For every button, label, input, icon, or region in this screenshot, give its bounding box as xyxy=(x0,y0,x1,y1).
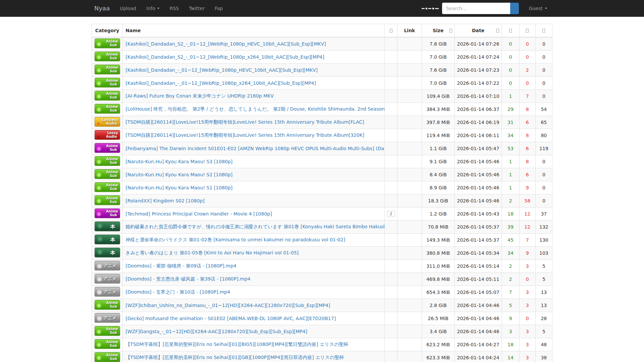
category-icon-anime_raw[interactable]: アニメ xyxy=(95,313,120,323)
name-cell: [LoliHouse] 终究，与你相恋。 第2季 / どうせ、恋してしまうんだ。… xyxy=(123,103,385,116)
name-cell: [Kashikoi]_Dandadan_S2_-_01~12_[WebRip_1… xyxy=(123,37,385,51)
torrent-name-link[interactable]: 【TSDM字幕组】[厄里斯的聖杯][Eris no Seihai][01][BI… xyxy=(125,342,348,347)
category-icon-audio_lossless[interactable]: LosslessAudio xyxy=(95,117,120,127)
caret-down-icon xyxy=(157,8,160,9)
leechers-cell: 9 xyxy=(519,181,535,194)
nav-item-info[interactable]: Info xyxy=(141,0,165,17)
seeders-cell: 39 xyxy=(502,220,519,233)
nav-item-fap[interactable]: Fap xyxy=(210,0,228,17)
header-size-sort[interactable]: Size xyxy=(422,24,454,37)
size-cell: 7.0 GiB xyxy=(422,50,454,63)
leechers-cell: 6 xyxy=(519,168,535,181)
link-cell xyxy=(397,116,422,129)
torrent-row: AnimeSub [AI-Raws] Future Boy Conan 未来少年… xyxy=(92,89,552,103)
category-icon-anime_raw[interactable]: アニメ xyxy=(95,261,120,270)
category-icon-literature[interactable]: 本 xyxy=(95,248,120,257)
nav-item-upload[interactable]: Upload xyxy=(115,0,141,17)
category-icon-anime_en[interactable]: AnimeSub xyxy=(95,352,120,362)
date-cell: 2026-01-14 07:26 xyxy=(454,37,502,51)
category-icon-anime_en[interactable]: AnimeSub xyxy=(95,169,120,179)
torrent-name-link[interactable]: [Kashikoi]_Dandadan_-_01~12_[WebRip_1080… xyxy=(125,67,318,73)
torrent-name-link[interactable]: [Doomdos] - 荒古恩仇录·破风篇 - 第39话 - [1080P].m… xyxy=(125,276,250,282)
date-cell: 2026-01-14 05:46 xyxy=(454,155,502,168)
torrent-name-link[interactable]: [TSDM自購][260114][LoveLive!15周年翻唱专辑]LoveL… xyxy=(125,119,364,125)
torrent-name-link[interactable]: [Kashikoi]_Dandadan_-_01~12_[WebRip_1080… xyxy=(125,80,316,86)
category-icon-literature[interactable]: 本 xyxy=(95,222,120,231)
category-icon-anime_en[interactable]: AnimeSub xyxy=(95,91,120,101)
date-sort-icon xyxy=(496,29,499,33)
torrent-name-link[interactable]: [AI-Raws] Future Boy Conan 未来少年コナン UHDRi… xyxy=(125,93,274,99)
torrent-name-link[interactable]: [Naruto-Kun.Hu] Kyou Kara Maou! S1 [1080… xyxy=(125,185,232,190)
torrent-name-link[interactable]: 【TSDM字幕组】[厄里斯的圣杯][Eris no Seihai][01][GB… xyxy=(125,355,344,360)
header-name: Name xyxy=(123,24,385,37)
category-icon-anime_en[interactable]: AnimeSub xyxy=(95,52,120,61)
category-icon-anime_non_en[interactable]: AnimeSub xyxy=(95,143,120,153)
collapsed-filter-selects-icon[interactable] xyxy=(422,8,439,9)
torrent-name-link[interactable]: [LoliHouse] 终究，与你相恋。 第2季 / どうせ、恋してしまうんだ。… xyxy=(125,106,384,112)
comments-cell xyxy=(385,76,397,89)
torrent-name-link[interactable]: [WZF]Ichiban_Ushiro_no_Daimaou_-_01~12[H… xyxy=(125,303,330,308)
torrent-name-link[interactable]: [Feibanyama] The Darwin Incident S01E01-… xyxy=(125,146,384,151)
category-icon-literature[interactable]: 本 xyxy=(95,235,120,244)
torrent-name-link[interactable]: 神様と運命革命のパラドクス 第01-02巻 [Kamisama to unmei… xyxy=(125,237,345,242)
torrent-name-link[interactable]: [Doomdos] - 紫禁·御喵房 - 第09话 - [1080P].mp4 xyxy=(125,263,236,268)
category-icon-anime_non_en[interactable]: AnimeSub xyxy=(95,208,120,218)
category-icon-anime_en[interactable]: AnimeSub xyxy=(95,78,120,87)
search-input[interactable] xyxy=(442,3,510,14)
header-downloads-sort[interactable] xyxy=(535,24,552,37)
link-cell xyxy=(397,325,422,338)
size-cell: 7.6 GiB xyxy=(422,63,454,76)
category-icon-anime_en[interactable]: AnimeSub xyxy=(95,195,120,205)
category-icon-anime_raw[interactable]: アニメ xyxy=(95,274,120,284)
user-menu-guest[interactable]: Guest xyxy=(519,0,552,17)
name-cell: 婚約破棄された貧乏伯爵令嬢ですが、憧れの冷徹王弟に溺愛されています 第01巻 [… xyxy=(123,220,385,233)
category-icon-anime_en[interactable]: AnimeSub xyxy=(95,65,120,74)
size-cell: 18.3 GiB xyxy=(422,194,454,207)
torrent-name-link[interactable]: [Naruto-Kun.Hu] Kyou Kara Maou! S3 [1080… xyxy=(125,159,232,164)
torrent-name-link[interactable]: [Techmod] Princess Principal Crown Handl… xyxy=(125,211,272,217)
torrent-name-link[interactable]: [Gecko] mofusand the animation - S01E02 … xyxy=(125,316,336,321)
comments-cell xyxy=(385,37,397,51)
nav-item-rss[interactable]: RSS xyxy=(165,0,184,17)
category-icon-anime_en[interactable]: AnimeSub xyxy=(95,300,120,310)
category-icon-anime_en[interactable]: AnimeSub xyxy=(95,326,120,336)
torrent-name-link[interactable]: [TSDM自購][260114][LoveLive!15周年翻唱专辑]LoveL… xyxy=(125,132,364,138)
header-seeders-sort[interactable] xyxy=(502,24,519,37)
header-leechers-sort[interactable] xyxy=(519,24,535,37)
category-icon-anime_en[interactable]: AnimeSub xyxy=(95,104,120,114)
category-icon-anime_raw[interactable]: アニメ xyxy=(95,287,120,297)
category-icon-anime_en[interactable]: AnimeSub xyxy=(95,182,120,192)
category-icon-anime_en[interactable]: AnimeSub xyxy=(95,39,120,48)
brand-link[interactable]: Nyaa xyxy=(92,0,115,17)
category-icon-anime_en[interactable]: AnimeSub xyxy=(95,339,120,349)
torrent-name-link[interactable]: [Kashikoi]_Dandadan_S2_-_01~12_[WebRip_1… xyxy=(125,41,326,47)
torrent-name-link[interactable]: きみと青い春のはじまり 第01-05巻 [Kimi to Aoi Haru No… xyxy=(125,250,299,255)
link-cell xyxy=(397,273,422,286)
header-date-sort[interactable]: Date xyxy=(454,24,502,37)
comments-cell xyxy=(385,351,397,362)
search-button[interactable] xyxy=(510,3,519,14)
category-icon-anime_en[interactable]: AnimeSub xyxy=(95,156,120,166)
comments-cell xyxy=(385,155,397,168)
torrent-name-link[interactable]: [Naruto-Kun.Hu] Kyou Kara Maou! S2 [1080… xyxy=(125,172,232,177)
downloads-cell: 5 xyxy=(535,325,552,338)
comments-badge[interactable]: 2 xyxy=(387,211,395,217)
category-cell: AnimeSub xyxy=(92,194,123,207)
leechers-cell: 7 xyxy=(519,233,535,246)
nav-item-twitter[interactable]: Twitter xyxy=(184,0,210,17)
leechers-cell: 3 xyxy=(519,286,535,299)
category-icon-label: Anime xyxy=(95,301,118,305)
torrent-name-link[interactable]: [Kashikoi]_Dandadan_S2_-_01~12_[WebRip_1… xyxy=(125,54,324,60)
torrent-name-link[interactable]: [Doomdos] - 玄界之门 - 第10话 - [1080P].mp4 xyxy=(125,289,230,295)
header-comments-sort[interactable] xyxy=(385,24,397,37)
size-cell: 623.2 MiB xyxy=(422,338,454,351)
category-icon-audio_lossy[interactable]: LossyAudio xyxy=(95,130,120,140)
date-cell: 2026-01-14 04:27 xyxy=(454,338,502,351)
torrent-name-link[interactable]: 婚約破棄された貧乏伯爵令嬢ですが、憧れの冷徹王弟に溺愛されています 第01巻 [… xyxy=(125,224,384,229)
torrent-name-link[interactable]: [WZF]Gangsta_-_01~12[HD][X264-AAC][1280x… xyxy=(125,329,307,334)
link-cell xyxy=(397,351,422,362)
comments-cell xyxy=(385,299,397,312)
torrent-name-link[interactable]: [RolandXX] Kingdom S02 [1080p] xyxy=(125,198,204,203)
name-cell: 【TSDM字幕组】[厄里斯的聖杯][Eris no Seihai][01][BI… xyxy=(123,338,385,351)
downloads-cell: 5 xyxy=(535,273,552,286)
